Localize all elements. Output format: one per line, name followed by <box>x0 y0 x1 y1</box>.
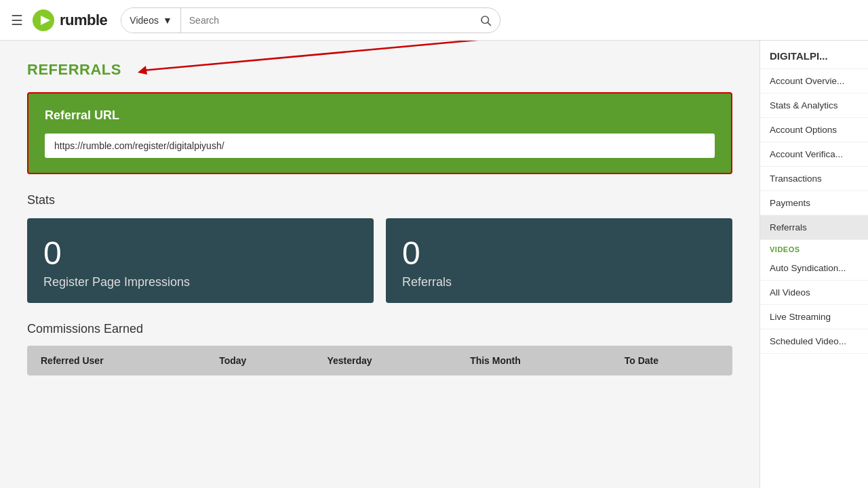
referral-url-box: Referral URL <box>27 92 732 174</box>
referrals-heading-row: REFERRALS <box>27 61 732 79</box>
sidebar-item-stats-analytics[interactable]: Stats & Analytics <box>760 94 868 118</box>
stats-heading: Stats <box>27 193 732 207</box>
col-today: Today <box>205 346 313 375</box>
stat-card-referrals: 0 Referrals <box>386 218 732 303</box>
referrals-number: 0 <box>402 237 716 270</box>
svg-marker-5 <box>138 66 147 75</box>
logo-text: rumble <box>60 12 107 29</box>
search-dropdown-label: Videos <box>130 15 159 26</box>
sidebar-videos-label: VIDEOS <box>760 240 868 256</box>
stat-card-impressions: 0 Register Page Impressions <box>27 218 374 303</box>
main-content: REFERRALS Referral URL Stats 0 Register … <box>0 41 760 488</box>
commissions-heading: Commissions Earned <box>27 322 732 336</box>
sidebar-item-transactions[interactable]: Transactions <box>760 167 868 191</box>
col-referred-user: Referred User <box>27 346 205 375</box>
col-yesterday: Yesterday <box>313 346 456 375</box>
sidebar-item-account-options[interactable]: Account Options <box>760 118 868 142</box>
impressions-number: 0 <box>43 237 357 270</box>
search-dropdown[interactable]: Videos ▼ <box>121 8 180 33</box>
search-icon <box>479 14 492 26</box>
sidebar-item-payments[interactable]: Payments <box>760 191 868 216</box>
page-title: REFERRALS <box>27 61 121 79</box>
chevron-down-icon: ▼ <box>163 15 172 26</box>
commissions-table: Referred User Today Yesterday This Month… <box>27 346 732 375</box>
hamburger-icon[interactable]: ☰ <box>11 12 23 28</box>
header: ☰ rumble Videos ▼ <box>0 0 868 41</box>
search-input[interactable] <box>181 8 472 33</box>
rumble-logo-icon <box>33 9 54 31</box>
table-header-row: Referred User Today Yesterday This Month… <box>27 346 732 375</box>
sidebar-item-auto-syndication[interactable]: Auto Syndication... <box>760 256 868 281</box>
sidebar-item-referrals[interactable]: Referrals <box>760 216 868 240</box>
stats-cards: 0 Register Page Impressions 0 Referrals <box>27 218 732 303</box>
svg-line-4 <box>142 39 492 70</box>
sidebar-item-live-streaming[interactable]: Live Streaming <box>760 305 868 329</box>
sidebar: DIGITALPI... Account Overvie... Stats & … <box>760 41 868 488</box>
arrow-annotation <box>132 35 492 76</box>
page-wrapper: REFERRALS Referral URL Stats 0 Register … <box>0 41 868 488</box>
col-to-date: To Date <box>611 346 732 375</box>
impressions-label: Register Page Impressions <box>43 275 357 289</box>
referral-url-label: Referral URL <box>45 108 715 123</box>
sidebar-item-scheduled-video[interactable]: Scheduled Video... <box>760 329 868 354</box>
referrals-label: Referrals <box>402 275 716 289</box>
sidebar-username: DIGITALPI... <box>760 41 868 69</box>
svg-line-3 <box>488 22 491 25</box>
search-button[interactable] <box>471 8 500 33</box>
sidebar-item-account-verification[interactable]: Account Verifica... <box>760 142 868 167</box>
search-bar: Videos ▼ <box>121 7 500 33</box>
sidebar-item-all-videos[interactable]: All Videos <box>760 281 868 305</box>
referral-url-input[interactable] <box>45 134 715 158</box>
logo[interactable]: rumble <box>33 9 107 31</box>
col-this-month: This Month <box>456 346 611 375</box>
sidebar-item-account-overview[interactable]: Account Overvie... <box>760 69 868 94</box>
